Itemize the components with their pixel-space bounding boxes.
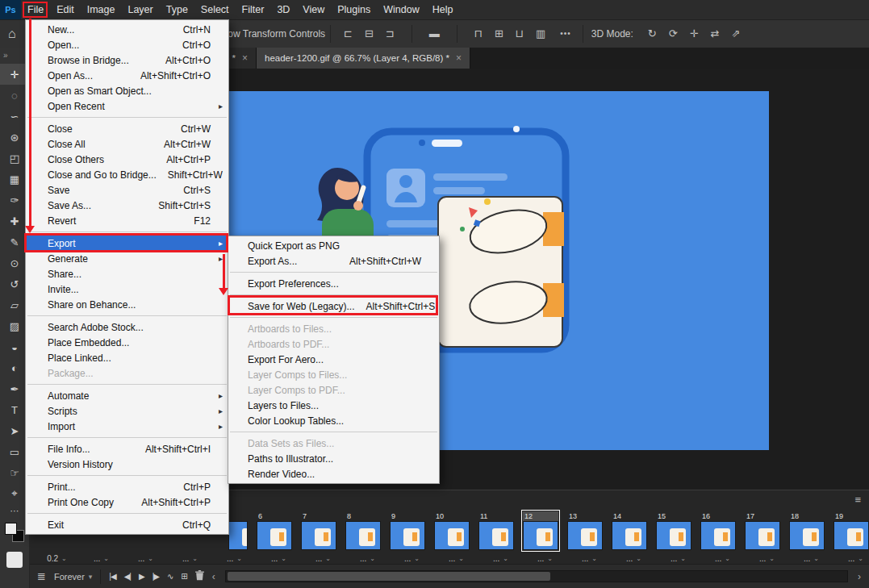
file-menu-item-new[interactable]: New...Ctrl+N: [26, 22, 228, 37]
frame-delay-select[interactable]: ...⌄: [390, 552, 434, 565]
scroll-left-icon[interactable]: ‹: [212, 571, 215, 582]
file-menu-item-invite[interactable]: Invite...: [26, 281, 228, 297]
file-menu-item-version-history[interactable]: Version History: [26, 457, 228, 472]
close-icon[interactable]: ×: [242, 52, 248, 64]
file-menu-item-share-on-behance[interactable]: Share on Behance...: [26, 297, 228, 312]
file-menu-item-revert[interactable]: RevertF12: [26, 213, 228, 228]
new-frame-button[interactable]: ⊞: [181, 572, 186, 581]
menu-edit[interactable]: Edit: [50, 0, 81, 19]
frame-delay-select[interactable]: ...⌄: [523, 552, 567, 565]
scroll-right-icon[interactable]: ›: [858, 571, 861, 582]
export-menu-item-render-video[interactable]: Render Video...: [228, 466, 439, 482]
loop-count-select[interactable]: Forever ▾: [54, 572, 92, 582]
frame-13[interactable]: 13: [567, 511, 603, 550]
frame-10[interactable]: 10: [434, 511, 470, 550]
menu-view[interactable]: View: [296, 0, 331, 19]
export-menu-item-quick-export-as-png[interactable]: Quick Export as PNG: [228, 238, 439, 253]
distribute-vertical-icon[interactable]: ▥: [536, 27, 545, 40]
frame-11[interactable]: 11: [478, 511, 514, 550]
menu-layer[interactable]: Layer: [121, 0, 159, 19]
file-menu-item-exit[interactable]: ExitCtrl+Q: [26, 517, 228, 532]
frame-7[interactable]: 7: [301, 511, 336, 550]
frame-delay-select[interactable]: ...⌄: [745, 552, 789, 565]
menu-plugins[interactable]: Plugins: [331, 0, 377, 19]
frame-delay-select[interactable]: ...⌄: [168, 552, 212, 565]
frame-delay-select[interactable]: ...⌄: [301, 552, 345, 565]
scale-3d-icon[interactable]: ⇗: [731, 27, 740, 40]
menu-select[interactable]: Select: [194, 0, 236, 19]
file-menu-item-open[interactable]: Open...Ctrl+O: [26, 37, 228, 52]
roll-3d-icon[interactable]: ⟳: [669, 27, 678, 40]
file-menu-item-place-linked[interactable]: Place Linked...: [26, 350, 228, 365]
menu-image[interactable]: Image: [81, 0, 122, 19]
home-icon[interactable]: ⌂: [0, 27, 24, 41]
first-frame-button[interactable]: |◀: [109, 572, 115, 581]
frame-delay-select[interactable]: 0.2⌄: [35, 552, 79, 565]
file-menu-item-share[interactable]: Share...: [26, 266, 228, 281]
file-menu-item-import[interactable]: Import▸: [26, 419, 228, 434]
menu-3d[interactable]: 3D: [270, 0, 296, 19]
export-menu-item-export-preferences[interactable]: Export Preferences...: [228, 276, 439, 291]
align-bottom-edges-icon[interactable]: ⊔: [516, 27, 524, 40]
export-menu-item-color-lookup-tables[interactable]: Color Lookup Tables...: [228, 413, 439, 428]
document-tab-active[interactable]: header-1200.gif @ 66.7% (Layer 4, RGB/8)…: [257, 48, 470, 69]
frame-delay-select[interactable]: ...⌄: [345, 552, 390, 565]
file-menu-item-scripts[interactable]: Scripts▸: [26, 403, 228, 419]
frame-delay-select[interactable]: ...⌄: [567, 552, 612, 565]
file-menu-item-open-as[interactable]: Open As...Alt+Shift+Ctrl+O: [26, 68, 228, 83]
color-swatches[interactable]: [5, 523, 24, 542]
frame-8[interactable]: 8: [345, 511, 381, 550]
more-options-icon[interactable]: •••: [560, 29, 571, 38]
slide-3d-icon[interactable]: ⇄: [711, 27, 720, 40]
align-horizontal-centers-icon[interactable]: ⊟: [365, 27, 374, 40]
quick-mask-button[interactable]: [6, 552, 23, 568]
file-menu-item-generate[interactable]: Generate▸: [26, 251, 228, 266]
file-menu-item-save-as[interactable]: Save As...Shift+Ctrl+S: [26, 198, 228, 213]
frame-9[interactable]: 9: [390, 511, 425, 550]
file-menu-item-place-embedded[interactable]: Place Embedded...: [26, 335, 228, 350]
frame-delay-select[interactable]: ...⌄: [434, 552, 478, 565]
align-right-edges-icon[interactable]: ⊐: [386, 27, 395, 40]
drag-3d-icon[interactable]: ✛: [690, 27, 699, 40]
frame-19[interactable]: 19: [833, 511, 869, 550]
frame-delay-select[interactable]: ...⌄: [789, 552, 833, 565]
file-menu-item-print-one-copy[interactable]: Print One CopyAlt+Shift+Ctrl+P: [26, 494, 228, 510]
frame-16[interactable]: 16: [700, 511, 736, 550]
panel-menu-icon[interactable]: ≡: [854, 494, 861, 506]
export-menu-item-export-as[interactable]: Export As...Alt+Shift+Ctrl+W: [228, 253, 439, 269]
file-menu-item-save[interactable]: SaveCtrl+S: [26, 182, 228, 198]
align-left-edges-icon[interactable]: ⊏: [344, 27, 353, 40]
file-menu-item-open-as-smart-object[interactable]: Open as Smart Object...: [26, 83, 228, 98]
file-menu-item-search-adobe-stock[interactable]: Search Adobe Stock...: [26, 319, 228, 335]
foreground-color-swatch[interactable]: [5, 523, 17, 535]
frame-delay-select[interactable]: ...⌄: [123, 552, 168, 565]
frame-15[interactable]: 15: [656, 511, 691, 550]
file-menu-item-automate[interactable]: Automate▸: [26, 388, 228, 403]
frame-delay-select[interactable]: ...⌄: [700, 552, 745, 565]
menu-help[interactable]: Help: [426, 0, 460, 19]
frame-delay-select[interactable]: ...⌄: [833, 552, 869, 565]
file-menu-item-browse-in-bridge[interactable]: Browse in Bridge...Alt+Ctrl+O: [26, 52, 228, 68]
orbit-3d-icon[interactable]: ↻: [648, 27, 657, 40]
align-vertical-centers-icon[interactable]: ⊞: [495, 27, 503, 40]
frame-delay-select[interactable]: ...⌄: [478, 552, 523, 565]
export-menu-item-paths-to-illustrator[interactable]: Paths to Illustrator...: [228, 451, 439, 466]
frame-mode-icon[interactable]: ≣: [37, 570, 46, 582]
file-menu-item-close[interactable]: CloseCtrl+W: [26, 121, 228, 136]
distribute-horizontal-icon[interactable]: ▬: [429, 27, 440, 40]
file-menu-item-close-and-go-to-bridge[interactable]: Close and Go to Bridge...Shift+Ctrl+W: [26, 167, 228, 182]
timeline-scrollbar[interactable]: [225, 570, 848, 582]
delete-frame-button[interactable]: [195, 570, 204, 582]
frame-12[interactable]: 12: [523, 511, 558, 550]
frame-partial[interactable]: [228, 511, 248, 550]
file-menu-item-close-others[interactable]: Close OthersAlt+Ctrl+P: [26, 152, 228, 167]
photoshop-logo-icon[interactable]: Ps: [0, 0, 21, 19]
file-menu-item-print[interactable]: Print...Ctrl+P: [26, 479, 228, 494]
frame-delay-select[interactable]: ...⌄: [612, 552, 656, 565]
frame-14[interactable]: 14: [612, 511, 647, 550]
scrollbar-thumb[interactable]: [228, 572, 551, 581]
play-button[interactable]: ▶: [139, 572, 144, 581]
close-icon[interactable]: ×: [456, 52, 462, 64]
menu-type[interactable]: Type: [160, 0, 194, 19]
export-menu-item-export-for-aero[interactable]: Export For Aero...: [228, 352, 439, 367]
